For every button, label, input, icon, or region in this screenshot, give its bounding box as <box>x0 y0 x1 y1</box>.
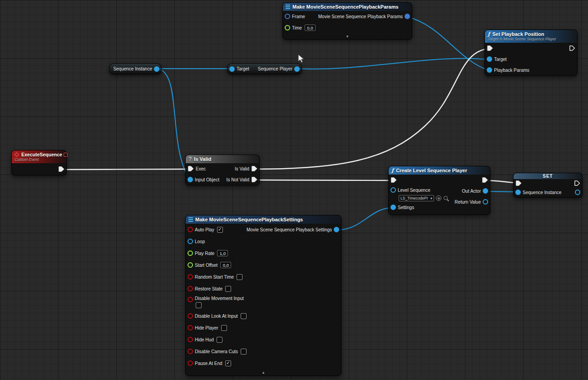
custom-event-icon <box>14 152 19 157</box>
random-start-time-pin[interactable] <box>188 274 193 280</box>
node-set-sequence-instance[interactable]: SET Sequence Instance <box>513 173 583 198</box>
pause-at-end-pin[interactable] <box>188 360 193 366</box>
target-input-pin[interactable] <box>487 56 492 62</box>
hide-player-checkbox[interactable] <box>221 325 227 331</box>
playback-params-pin-label: Playback Params <box>494 68 529 73</box>
node-title: Set Playback Position <box>492 31 544 37</box>
node-make-playback-settings[interactable]: Make MovieSceneSequencePlaybackSettings … <box>185 215 341 376</box>
node-subtitle: Custom Event <box>15 157 63 162</box>
return-value-output-pin[interactable] <box>483 199 488 205</box>
node-get-sequence-instance[interactable]: Sequence Instance <box>109 63 162 75</box>
node-header[interactable]: ƒ Create Level Sequence Player <box>389 166 490 175</box>
input-object-pin[interactable] <box>188 177 193 182</box>
node-subtitle: Target is Movie Scene Sequence Player <box>488 37 574 41</box>
sequence-instance-output-pin[interactable] <box>154 66 159 72</box>
play-rate-pin[interactable] <box>188 250 193 256</box>
restore-state-checkbox[interactable] <box>225 286 231 292</box>
sequence-instance-input-pin[interactable] <box>515 190 521 195</box>
node-header[interactable]: ExecuteSequence Custom Event <box>12 150 66 163</box>
exec-in-pin[interactable] <box>515 180 522 186</box>
frame-input-pin[interactable] <box>285 14 290 19</box>
node-execute-sequence[interactable]: ExecuteSequence Custom Event <box>11 150 67 175</box>
hide-hud-pin[interactable] <box>188 337 193 342</box>
disable-movement-input-pin[interactable] <box>188 297 193 302</box>
node-is-valid[interactable]: ? Is Valid Exec Is Valid Input Object Is… <box>185 155 260 185</box>
disable-camera-cuts-label: Disable Camera Cuts <box>195 349 238 354</box>
exec-in-pin[interactable] <box>188 165 194 172</box>
exec-out-pin[interactable] <box>58 166 64 172</box>
expand-node-chevron[interactable]: ▾ <box>346 35 349 39</box>
is-not-valid-exec-out-pin[interactable] <box>251 176 257 183</box>
node-create-level-sequence-player[interactable]: ƒ Create Level Sequence Player Level Seq… <box>388 166 490 215</box>
node-make-playback-params[interactable]: Make MovieSceneSequencePlaybackParams Fr… <box>282 2 412 40</box>
node-header[interactable]: ? Is Valid <box>186 155 259 163</box>
time-input-pin[interactable] <box>285 25 290 30</box>
node-title: ExecuteSequence <box>21 152 62 157</box>
pause-at-end-checkbox[interactable] <box>225 360 231 366</box>
blueprint-canvas[interactable]: Make MovieSceneSequencePlaybackParams Fr… <box>0 0 588 380</box>
settings-input-pin[interactable] <box>390 205 396 210</box>
node-header[interactable]: Make MovieSceneSequencePlaybackParams <box>283 3 412 11</box>
make-struct-icon <box>286 5 290 9</box>
settings-output-label: Movie Scene Sequence Playback Settings <box>247 227 332 232</box>
play-rate-value-input[interactable]: 1,0 <box>217 250 228 256</box>
level-sequence-input-pin[interactable] <box>390 187 396 193</box>
exec-out-pin[interactable] <box>574 180 580 186</box>
collapse-node-chevron[interactable]: ▴ <box>262 370 265 375</box>
hide-hud-checkbox[interactable] <box>217 337 222 343</box>
target-input-pin[interactable] <box>229 66 235 72</box>
playback-settings-output-pin[interactable] <box>334 227 339 232</box>
node-title: Is Valid <box>194 156 211 162</box>
time-value-input[interactable]: 0,0 <box>305 25 316 31</box>
wire-seqplayer-to-target[interactable] <box>297 58 489 69</box>
variable-name-label: Sequence Instance <box>113 66 152 71</box>
exec-in-pin[interactable] <box>390 177 397 183</box>
exec-out-pin[interactable] <box>482 177 488 183</box>
node-header[interactable]: SET <box>514 173 582 179</box>
loop-pin[interactable] <box>188 239 193 244</box>
frame-pin-label: Frame <box>292 14 305 19</box>
use-selected-asset-icon[interactable]: ⊕ <box>436 195 441 201</box>
target-pin-label: Target <box>237 66 249 71</box>
node-title: Make MovieSceneSequencePlaybackSettings <box>195 217 303 222</box>
start-offset-value-input[interactable]: 0,0 <box>220 262 231 268</box>
disable-look-at-input-checkbox[interactable] <box>241 313 247 319</box>
node-get-sequence-player[interactable]: Target Sequence Player <box>227 63 302 75</box>
event-indicator-icon <box>64 153 68 157</box>
sequence-player-output-pin[interactable] <box>294 66 300 72</box>
hide-player-label: Hide Player <box>195 325 218 330</box>
level-sequence-asset-dropdown[interactable]: LS_TimecodePr ▾ <box>399 195 434 201</box>
restore-state-pin[interactable] <box>188 286 193 291</box>
is-valid-exec-out-pin[interactable] <box>251 165 257 172</box>
play-rate-label: Play Rate <box>195 251 214 256</box>
hide-player-pin[interactable] <box>188 325 193 330</box>
disable-movement-input-checkbox[interactable] <box>196 302 202 308</box>
value-output-pin[interactable] <box>575 190 580 195</box>
out-actor-output-pin[interactable] <box>483 188 488 194</box>
start-offset-pin[interactable] <box>188 262 193 268</box>
auto-play-label: Auto Play <box>195 227 214 232</box>
exec-in-pin[interactable] <box>487 45 493 51</box>
return-value-pin-label: Return Value <box>455 200 481 205</box>
auto-play-pin[interactable] <box>188 227 193 232</box>
node-header[interactable]: ƒ Set Playback Position Target is Movie … <box>485 30 577 43</box>
wire-exec-event-to-isvalid[interactable] <box>62 169 190 170</box>
auto-play-checkbox[interactable] <box>217 227 223 233</box>
playback-params-output-pin[interactable] <box>405 14 410 19</box>
wire-settings-to-settings[interactable] <box>337 208 393 230</box>
browse-to-asset-icon[interactable] <box>443 195 449 201</box>
disable-look-at-input-pin[interactable] <box>188 313 193 319</box>
wire-params-to-playbackparams[interactable] <box>408 17 489 70</box>
node-set-playback-position[interactable]: ƒ Set Playback Position Target is Movie … <box>484 30 578 76</box>
disable-camera-cuts-pin[interactable] <box>188 349 193 354</box>
wire-exec-isnotvalid-to-create[interactable] <box>255 180 393 180</box>
exec-out-pin[interactable] <box>569 45 575 51</box>
disable-camera-cuts-checkbox[interactable] <box>241 349 247 355</box>
node-header[interactable]: Make MovieSceneSequencePlaybackSettings <box>186 215 341 224</box>
playback-params-input-pin[interactable] <box>487 67 492 73</box>
node-title: Make MovieSceneSequencePlaybackParams <box>292 4 399 10</box>
chevron-down-icon: ▾ <box>430 196 432 200</box>
asset-name: LS_TimecodePr <box>400 196 428 200</box>
random-start-time-checkbox[interactable] <box>237 274 242 280</box>
make-struct-icon <box>188 217 193 222</box>
